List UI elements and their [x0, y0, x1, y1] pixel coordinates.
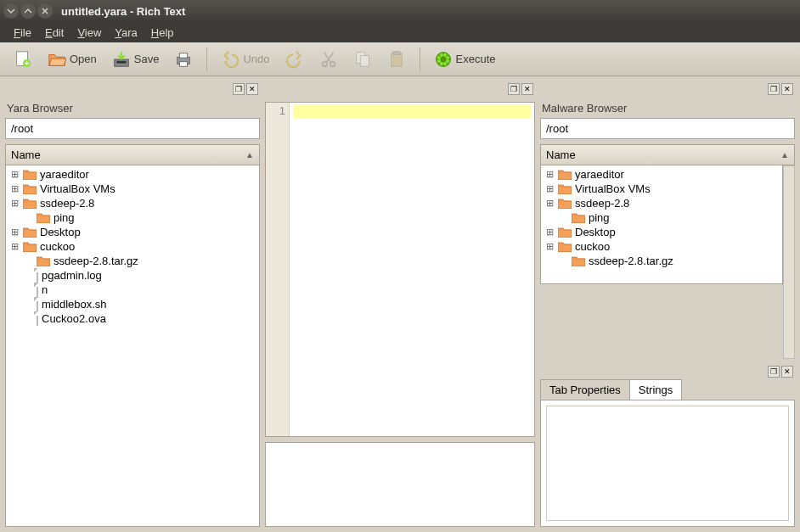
tree-item-label: ssdeep-2.8	[575, 197, 629, 210]
tree-row[interactable]: ⊞ssdeep-2.8	[6, 196, 259, 210]
tree-item-label: ping	[589, 211, 610, 224]
panel-close-button[interactable]: ✕	[521, 83, 533, 95]
chevron-down-icon	[7, 7, 15, 15]
window-title: untitled.yara - Rich Text	[61, 5, 185, 18]
expander-icon[interactable]: ⊞	[544, 241, 555, 252]
expander-icon[interactable]: ⊞	[9, 169, 20, 180]
code-editor[interactable]: 1	[265, 102, 535, 437]
close-icon	[41, 7, 49, 15]
yara-path-input[interactable]	[5, 118, 260, 139]
tree-row[interactable]: ⊞VirtualBox VMs	[6, 182, 259, 196]
copy-icon	[353, 50, 372, 69]
scrollbar[interactable]	[783, 165, 795, 359]
panel-close-button[interactable]: ✕	[781, 366, 793, 378]
tree-row[interactable]: middlebox.sh	[6, 297, 259, 311]
properties-panel: ❐ ✕ Tab Properties Strings	[540, 364, 795, 527]
right-column: ❐ ✕ Malware Browser Name ▲ ⊞yaraeditor⊞V…	[540, 81, 795, 527]
tree-row[interactable]: Cuckoo2.ova	[6, 311, 259, 326]
malware-tree[interactable]: ⊞yaraeditor⊞VirtualBox VMs⊞ssdeep-2.8pin…	[540, 165, 783, 284]
print-icon	[174, 50, 193, 69]
expander-icon[interactable]: ⊞	[544, 227, 555, 238]
cut-button	[314, 47, 343, 72]
folder-icon	[37, 212, 50, 223]
undo-button: Undo	[216, 47, 274, 72]
file-icon	[37, 283, 38, 297]
tree-row[interactable]: ⊞cuckoo	[541, 239, 782, 254]
folder-icon	[558, 241, 572, 252]
malware-path-input[interactable]	[540, 118, 795, 139]
expander-icon[interactable]: ⊞	[544, 198, 555, 209]
malware-tree-header[interactable]: Name ▲	[540, 144, 795, 165]
tree-row[interactable]: ⊞yaraeditor	[6, 167, 259, 182]
tab-content	[540, 400, 795, 527]
panel-restore-button[interactable]: ❐	[768, 366, 780, 378]
tree-row[interactable]: pgadmin.log	[6, 268, 259, 283]
editor-gutter: 1	[266, 103, 290, 436]
window-maximize-button[interactable]	[20, 3, 36, 19]
redo-icon	[285, 50, 304, 69]
expander-icon[interactable]: ⊞	[544, 183, 555, 194]
copy-button	[348, 47, 377, 72]
editor-content[interactable]	[290, 103, 534, 436]
tree-row[interactable]: ⊞cuckoo	[6, 239, 259, 254]
open-folder-icon	[48, 50, 66, 69]
chevron-up-icon	[24, 7, 32, 15]
svg-rect-3	[116, 60, 126, 63]
expander-icon[interactable]: ⊞	[9, 227, 20, 238]
execute-button[interactable]: Execute	[429, 47, 501, 72]
strings-panel-content[interactable]	[546, 406, 789, 521]
save-button[interactable]: Save	[107, 47, 165, 72]
panel-restore-button[interactable]: ❐	[233, 83, 245, 95]
folder-icon	[558, 169, 572, 180]
execute-icon	[434, 50, 453, 69]
tree-item-label: Cuckoo2.ova	[42, 312, 106, 325]
expander-icon[interactable]: ⊞	[9, 183, 20, 194]
folder-icon	[23, 227, 37, 238]
folder-icon	[23, 169, 37, 180]
tab-strings[interactable]: Strings	[629, 379, 682, 400]
tree-row[interactable]: ping	[541, 210, 782, 225]
tree-row[interactable]: ⊞Desktop	[541, 225, 782, 239]
tab-properties[interactable]: Tab Properties	[540, 379, 630, 400]
file-icon	[37, 311, 38, 326]
undo-icon	[221, 50, 239, 69]
panel-close-button[interactable]: ✕	[781, 83, 793, 95]
tree-row[interactable]: ⊞yaraeditor	[541, 167, 782, 182]
tree-row[interactable]: ⊞VirtualBox VMs	[541, 182, 782, 196]
tree-item-label: VirtualBox VMs	[40, 182, 115, 195]
menu-file[interactable]: File	[7, 25, 38, 41]
tree-row[interactable]: ssdeep-2.8.tar.gz	[541, 254, 782, 268]
yara-tree-header[interactable]: Name ▲	[5, 144, 260, 165]
output-panel[interactable]	[265, 442, 535, 527]
tree-row[interactable]: ⊞ssdeep-2.8	[541, 196, 782, 210]
new-file-button[interactable]	[8, 47, 37, 72]
panel-restore-button[interactable]: ❐	[768, 83, 780, 95]
paste-button	[382, 47, 411, 72]
menu-yara[interactable]: Yara	[108, 25, 144, 41]
tree-row[interactable]: ping	[6, 210, 259, 225]
panel-close-button[interactable]: ✕	[246, 83, 258, 95]
tree-item-label: ssdeep-2.8	[40, 197, 94, 210]
yara-browser-title: Yara Browser	[5, 97, 260, 118]
svg-rect-6	[180, 61, 188, 66]
tree-row[interactable]: ssdeep-2.8.tar.gz	[6, 254, 259, 268]
window-close-button[interactable]	[37, 3, 53, 19]
menu-view[interactable]: View	[70, 25, 108, 41]
tree-row[interactable]: n	[6, 283, 259, 297]
panel-restore-button[interactable]: ❐	[508, 83, 520, 95]
menu-edit[interactable]: Edit	[38, 25, 70, 41]
open-label: Open	[70, 53, 97, 65]
menu-help[interactable]: Help	[144, 25, 181, 41]
tree-item-label: n	[42, 283, 48, 296]
tree-row[interactable]: ⊞Desktop	[6, 225, 259, 239]
yara-tree[interactable]: ⊞yaraeditor⊞VirtualBox VMs⊞ssdeep-2.8pin…	[5, 165, 260, 527]
print-button[interactable]	[169, 47, 198, 72]
file-icon	[37, 268, 38, 283]
folder-icon	[23, 198, 37, 209]
open-button[interactable]: Open	[42, 47, 102, 72]
expander-icon[interactable]: ⊞	[9, 198, 20, 209]
expander-icon[interactable]: ⊞	[9, 241, 20, 252]
expander-icon[interactable]: ⊞	[544, 169, 555, 180]
window-minimize-button[interactable]	[3, 3, 19, 19]
folder-icon	[572, 255, 585, 266]
